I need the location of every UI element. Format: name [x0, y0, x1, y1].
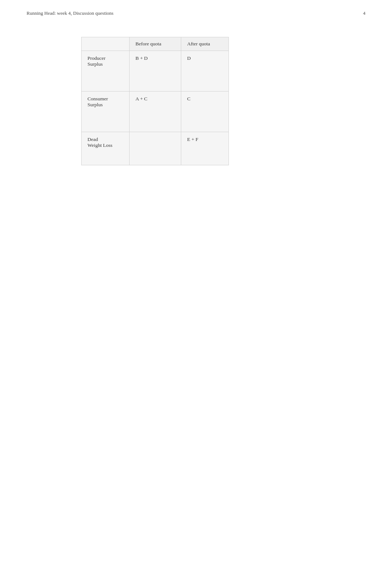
- table-row-dwl: Dead Weight Loss E + F: [82, 132, 229, 165]
- producer-label-line2: Surplus: [87, 61, 123, 67]
- table-row-producer: Producer Surplus B + D D: [82, 51, 229, 92]
- producer-before-cell: B + D: [130, 51, 181, 92]
- running-head: Running Head: week 4, Discussion questio…: [27, 10, 113, 16]
- page-number: 4: [363, 10, 366, 16]
- consumer-before-cell: A + C: [130, 92, 181, 132]
- quota-table: Before quota After quota Producer Surplu…: [81, 37, 229, 165]
- header-cell-after: After quota: [181, 37, 229, 51]
- table-header-row: Before quota After quota: [82, 37, 229, 51]
- producer-label-line1: Producer: [87, 55, 123, 61]
- header-cell-before: Before quota: [130, 37, 181, 51]
- producer-after-cell: D: [181, 51, 229, 92]
- table-row-consumer: Consumer Surplus A + C C: [82, 92, 229, 132]
- consumer-label-line1: Consumer: [87, 96, 123, 102]
- header-cell-label: [82, 37, 130, 51]
- table-container: Before quota After quota Producer Surplu…: [81, 37, 229, 165]
- consumer-label-cell: Consumer Surplus: [82, 92, 130, 132]
- dwl-label-line2: Weight Loss: [87, 142, 123, 148]
- dwl-label-line1: Dead: [87, 137, 123, 142]
- dwl-before-cell: [130, 132, 181, 165]
- dwl-after-cell: E + F: [181, 132, 229, 165]
- consumer-label-line2: Surplus: [87, 102, 123, 108]
- producer-label-cell: Producer Surplus: [82, 51, 130, 92]
- consumer-after-cell: C: [181, 92, 229, 132]
- dwl-label-cell: Dead Weight Loss: [82, 132, 130, 165]
